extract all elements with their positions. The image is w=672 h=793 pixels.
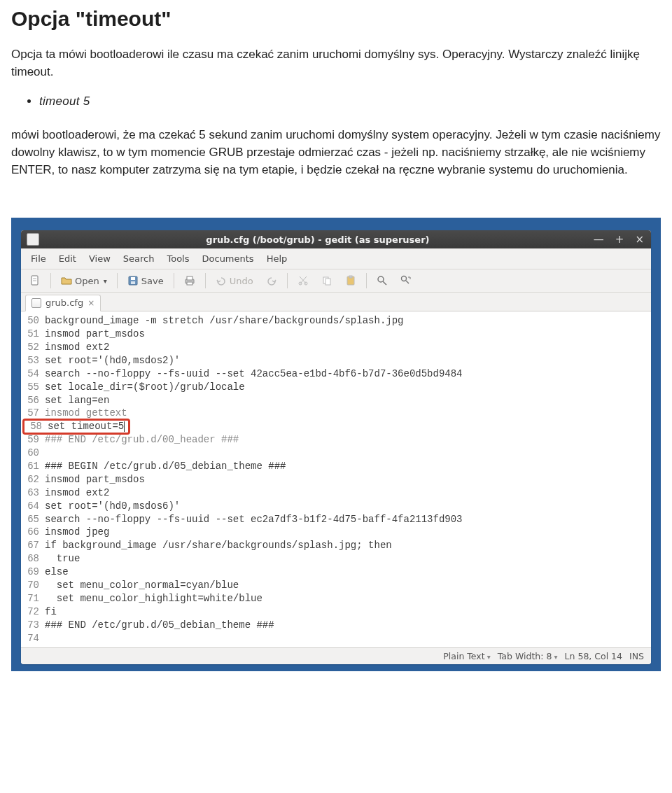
code-line[interactable]: 51insmod part_msdos [21,328,651,341]
code-text: else [45,566,645,579]
svg-rect-14 [349,276,352,278]
code-line[interactable]: 58set timeout=5 [21,420,651,433]
code-line[interactable]: 73### END /etc/grub.d/05_debian_theme ##… [21,619,651,632]
code-line[interactable]: 71 set menu_color_highlight=white/blue [21,592,651,605]
code-line[interactable]: 50background_image -m stretch /usr/share… [21,314,651,328]
save-label: Save [141,276,164,286]
window-title: grub.cfg (/boot/grub) - gedit (as superu… [43,234,592,245]
maximize-button[interactable]: + [614,233,626,246]
code-line[interactable]: 64set root='(hd0,msdos6)' [21,500,651,513]
menu-search[interactable]: Search [118,251,160,266]
svg-rect-4 [131,277,135,280]
save-icon [127,275,139,286]
line-number: 71 [24,592,45,605]
code-line[interactable]: 57insmod gettext [21,407,651,420]
line-number: 60 [24,447,45,460]
page-title: Opcja "timeout" [11,7,661,31]
code-line[interactable]: 60 [21,447,651,460]
document-tab[interactable]: grub.cfg × [25,295,101,311]
code-line[interactable]: 72fi [21,605,651,619]
find-replace-button[interactable] [396,272,416,289]
gedit-window: grub.cfg (/boot/grub) - gedit (as superu… [21,230,651,664]
open-button[interactable]: Open ▾ [57,272,111,289]
svg-rect-8 [187,282,192,285]
code-text: ### END /etc/grub.d/00_header ### [45,433,645,447]
print-icon [184,275,195,286]
code-text: if background_image /usr/share/backgroun… [45,539,645,552]
svg-line-18 [406,281,409,283]
find-button[interactable] [372,272,392,289]
undo-button[interactable]: Undo [211,272,258,289]
svg-point-17 [401,276,406,281]
redo-icon [266,275,277,286]
code-line[interactable]: 59### END /etc/grub.d/00_header ### [21,433,651,447]
code-text: fi [45,605,645,619]
tab-filename: grub.cfg [46,297,83,308]
line-number: 54 [24,367,45,381]
code-line[interactable]: 65search --no-floppy --fs-uuid --set ec2… [21,513,651,526]
code-text: insmod gettext [45,407,645,420]
tab-close-button[interactable]: × [88,298,94,308]
code-text: ### END /etc/grub.d/05_debian_theme ### [45,619,645,632]
redo-button[interactable] [262,272,281,289]
code-text: insmod ext2 [45,341,645,354]
code-line[interactable]: 53set root='(hd0,msdos2)' [21,354,651,367]
svg-rect-5 [131,281,135,284]
code-line[interactable]: 52insmod ext2 [21,341,651,354]
new-document-button[interactable] [25,272,45,289]
code-text: true [45,552,645,566]
line-number: 50 [24,314,45,328]
svg-rect-7 [187,276,192,280]
code-line[interactable]: 68 true [21,552,651,566]
code-line[interactable]: 67if background_image /usr/share/backgro… [21,539,651,552]
status-language[interactable]: Plain Text [443,651,491,661]
minimize-button[interactable]: — [592,233,606,246]
document-tab-bar: grub.cfg × [21,293,651,311]
line-number: 51 [24,328,45,341]
menu-help[interactable]: Help [261,251,293,266]
menu-file[interactable]: File [25,251,52,266]
menu-tools[interactable]: Tools [161,251,195,266]
code-line[interactable]: 61### BEGIN /etc/grub.d/05_debian_theme … [21,460,651,473]
menu-documents[interactable]: Documents [197,251,260,266]
paste-icon [345,275,356,286]
code-text: set locale_dir=($root)/grub/locale [45,381,645,394]
menu-view[interactable]: View [83,251,116,266]
copy-button[interactable] [317,272,337,289]
code-line[interactable]: 55set locale_dir=($root)/grub/locale [21,381,651,394]
code-text: set root='(hd0,msdos2)' [45,354,645,367]
text-editor[interactable]: 50background_image -m stretch /usr/share… [21,311,651,647]
svg-rect-12 [326,279,330,285]
code-line[interactable]: 66insmod jpeg [21,526,651,539]
close-button[interactable]: × [634,233,645,246]
line-number: 52 [24,341,45,354]
svg-point-15 [378,276,384,282]
code-text: set lang=en [45,394,645,407]
line-number: 65 [24,513,45,526]
line-number: 66 [24,526,45,539]
code-line[interactable]: 70 set menu_color_normal=cyan/blue [21,579,651,592]
code-text: set root='(hd0,msdos6)' [45,500,645,513]
code-line[interactable]: 54search --no-floppy --fs-uuid --set 42a… [21,367,651,381]
code-line[interactable]: 62insmod part_msdos [21,473,651,486]
code-text: set menu_color_highlight=white/blue [45,592,645,605]
undo-icon [216,275,227,286]
cut-icon [298,275,309,286]
code-line[interactable]: 74 [21,632,651,645]
save-button[interactable]: Save [123,272,168,289]
window-titlebar: grub.cfg (/boot/grub) - gedit (as superu… [21,230,651,248]
explanation-paragraph: mówi bootloaderowi, że ma czekać 5 sekun… [11,127,661,178]
code-line[interactable]: 56set lang=en [21,394,651,407]
paste-button[interactable] [341,272,360,289]
line-number: 62 [24,473,45,486]
line-number: 55 [24,381,45,394]
cut-button[interactable] [293,272,313,289]
code-line[interactable]: 69else [21,566,651,579]
chevron-down-icon: ▾ [104,277,107,285]
print-button[interactable] [180,272,200,289]
code-line[interactable]: 63insmod ext2 [21,486,651,500]
line-number: 74 [24,632,45,645]
menu-edit[interactable]: Edit [53,251,82,266]
status-tab-width[interactable]: Tab Width: 8 [498,651,558,661]
code-text: background_image -m stretch /usr/share/b… [45,314,645,328]
